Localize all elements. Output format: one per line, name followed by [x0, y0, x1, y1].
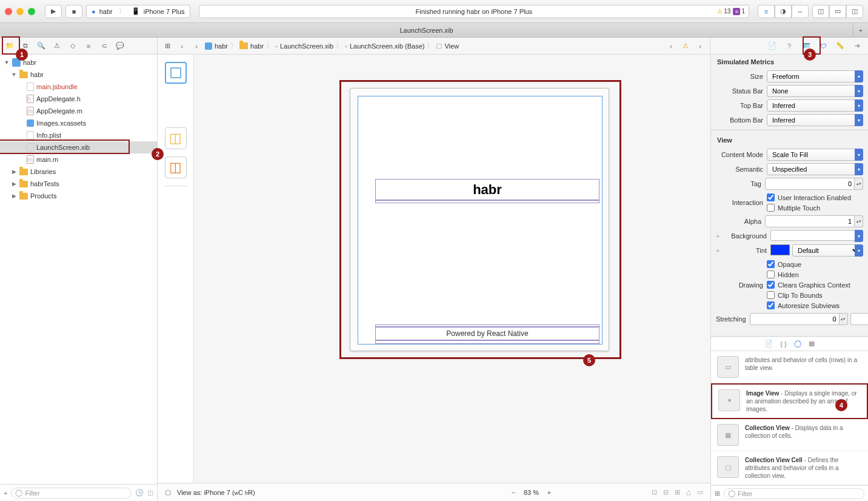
scheme-selector[interactable]: ● habr 〉 📱 iPhone 7 Plus: [86, 5, 190, 18]
clears-context-checkbox[interactable]: [767, 281, 775, 289]
stretch-y-input[interactable]: [850, 313, 868, 325]
canvas[interactable]: habr Powered by React Native: [194, 55, 710, 483]
test-navigator-icon[interactable]: ◇: [67, 40, 79, 52]
zoom-out-button[interactable]: −: [508, 487, 519, 498]
warning-jump-icon[interactable]: ⚠: [679, 40, 692, 52]
tree-folder-tests[interactable]: ▶habrTests: [0, 178, 157, 190]
issue-navigator-icon[interactable]: ⚠: [51, 40, 63, 52]
code-snippet-library-icon[interactable]: { }: [780, 340, 786, 348]
scm-filter-icon[interactable]: ◫: [147, 489, 153, 497]
opaque-checkbox[interactable]: [767, 260, 775, 268]
multiple-touch-checkbox[interactable]: [767, 204, 775, 212]
view-frame[interactable]: habr Powered by React Native: [350, 88, 609, 351]
library-filter-input[interactable]: ◯ Filter: [724, 488, 864, 499]
align-icon[interactable]: ⊟: [663, 488, 669, 496]
tree-file-apph[interactable]: hAppDelegate.h: [0, 93, 157, 105]
user-interaction-checkbox[interactable]: [767, 193, 775, 201]
content-mode-select[interactable]: Scale To Fill: [767, 149, 863, 161]
project-navigator-icon[interactable]: 📁: [4, 40, 16, 52]
top-bar-select[interactable]: Inferred: [767, 99, 863, 112]
toggle-navigator-button[interactable]: ◫: [812, 5, 829, 18]
connections-inspector-icon[interactable]: ➔: [851, 40, 863, 52]
alpha-input[interactable]: [765, 215, 855, 227]
tree-file-assets[interactable]: Images.xcassets: [0, 117, 157, 129]
footer-label[interactable]: Powered by React Native: [375, 327, 599, 340]
clip-bounds-checkbox[interactable]: [767, 291, 775, 299]
zoom-level[interactable]: 83 %: [524, 489, 539, 496]
media-library-icon[interactable]: ▦: [809, 340, 815, 348]
library-view-icon[interactable]: ⊞: [715, 489, 720, 497]
bottom-bar-select[interactable]: Inferred: [767, 114, 863, 126]
autoresize-checkbox[interactable]: [767, 301, 775, 309]
nav-forward-icon[interactable]: ›: [694, 40, 706, 52]
library-item-collectionview[interactable]: ▦ Collection View - Displays data in a c…: [711, 419, 868, 451]
attributes-inspector-icon[interactable]: 🛡: [817, 40, 829, 52]
tree-file-plist[interactable]: Info.plist: [0, 129, 157, 141]
object-library-icon[interactable]: ◯: [794, 340, 801, 348]
close-window-icon[interactable]: [5, 8, 12, 15]
issues-badge[interactable]: ≡1: [733, 8, 745, 15]
crumb-xib[interactable]: ▫LaunchScreen.xib〉: [275, 41, 342, 50]
size-select[interactable]: Freeform: [767, 70, 863, 82]
tint-select[interactable]: Default: [792, 244, 861, 257]
assistant-editor-button[interactable]: ◑: [775, 5, 792, 18]
crumb-view[interactable]: ▢View: [436, 42, 459, 50]
tree-file-xib[interactable]: LaunchScreen.xib: [0, 141, 157, 153]
stretch-x-input[interactable]: [750, 313, 840, 325]
crumb-folder[interactable]: habr〉: [239, 41, 273, 50]
toggle-inspector-button[interactable]: ◫: [846, 5, 863, 18]
add-button[interactable]: +: [4, 489, 7, 497]
tag-input[interactable]: [765, 178, 855, 190]
pin-icon[interactable]: ⊞: [675, 488, 680, 496]
toggle-debug-button[interactable]: ▭: [829, 5, 846, 18]
background-color-well[interactable]: [770, 230, 863, 241]
tree-folder-libraries[interactable]: ▶Libraries: [0, 166, 157, 178]
version-editor-button[interactable]: ↔: [792, 5, 809, 18]
embed-stack-icon[interactable]: ▭: [697, 488, 703, 496]
stop-button[interactable]: ■: [65, 5, 82, 18]
title-label[interactable]: habr: [375, 179, 599, 201]
minimize-window-icon[interactable]: [16, 8, 24, 15]
file-inspector-icon[interactable]: 📄: [766, 40, 778, 52]
navigator-filter-input[interactable]: ◯ Filter: [11, 488, 132, 499]
crumb-project[interactable]: habr〉: [205, 41, 237, 50]
debug-navigator-icon[interactable]: ≡: [82, 40, 95, 52]
warnings-badge[interactable]: ⚠13: [717, 8, 730, 15]
library-item-tablecell[interactable]: ▭ attributes and behavior of cells (rows…: [711, 351, 868, 383]
hidden-checkbox[interactable]: [767, 271, 775, 278]
back-button[interactable]: ‹: [176, 40, 188, 52]
first-responder-icon[interactable]: ◫: [165, 156, 187, 178]
related-items-icon[interactable]: ⊞: [161, 40, 173, 52]
semantic-select[interactable]: Unspecified: [767, 163, 863, 175]
breakpoint-navigator-icon[interactable]: ⊂: [98, 40, 110, 52]
status-bar-select[interactable]: None: [767, 85, 863, 97]
file-template-library-icon[interactable]: 📄: [764, 340, 773, 348]
nav-back-icon[interactable]: ‹: [665, 40, 677, 52]
library-item-collectioncell[interactable]: ▢ Collection View Cell - Defines the att…: [711, 451, 868, 485]
forward-button[interactable]: ›: [190, 40, 202, 52]
tree-file-jsbundle[interactable]: main.jsbundle: [0, 81, 157, 93]
device-config-icon[interactable]: ▢: [165, 488, 171, 496]
crumb-xib-base[interactable]: ▫LaunchScreen.xib (Base)〉: [345, 41, 433, 50]
files-owner-icon[interactable]: ◫: [165, 127, 187, 149]
new-tab-button[interactable]: +: [853, 23, 868, 37]
report-navigator-icon[interactable]: 💬: [114, 40, 126, 52]
tint-color-well[interactable]: [770, 244, 790, 255]
standard-editor-button[interactable]: ≡: [758, 5, 775, 18]
view-as-label[interactable]: View as: iPhone 7 (wC hR): [177, 489, 502, 496]
run-button[interactable]: ▶: [45, 5, 62, 18]
tree-file-mainm[interactable]: mmain.m: [0, 153, 157, 166]
zoom-window-icon[interactable]: [28, 8, 35, 15]
tree-folder-habr[interactable]: ▼habr: [0, 69, 157, 81]
resolve-issues-icon[interactable]: △: [686, 488, 691, 496]
document-tab[interactable]: LaunchScreen.xib: [0, 23, 853, 37]
view-object-icon[interactable]: [165, 62, 187, 84]
embed-in-icon[interactable]: ⊡: [652, 488, 657, 496]
tree-file-appm[interactable]: mAppDelegate.m: [0, 105, 157, 117]
tree-folder-products[interactable]: ▶Products: [0, 190, 157, 202]
zoom-in-button[interactable]: +: [544, 487, 555, 498]
help-inspector-icon[interactable]: ?: [783, 40, 795, 52]
size-inspector-icon[interactable]: 📏: [834, 40, 846, 52]
recent-filter-icon[interactable]: 🕓: [135, 489, 144, 497]
symbol-navigator-icon[interactable]: 🔍: [35, 40, 47, 52]
